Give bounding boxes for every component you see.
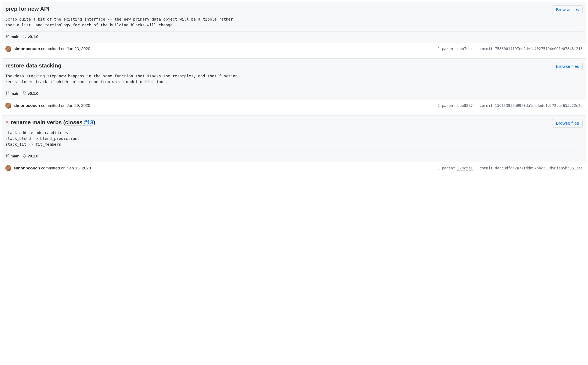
commit-card: ✕rename main verbs (closes #13)Browse fi… bbox=[2, 115, 586, 174]
tag-ref[interactable]: v0.1.0 bbox=[22, 91, 38, 96]
commit-description: stack_add -> add_candidates stack_blend … bbox=[5, 130, 583, 147]
parent-info: 1 parent dae8887 bbox=[438, 104, 473, 108]
tag-icon bbox=[22, 35, 26, 39]
avatar[interactable] bbox=[5, 46, 11, 52]
parent-info: 1 parent 374c5a1 bbox=[438, 166, 473, 170]
commit-description: Scrap quite a bit of the existing interf… bbox=[5, 16, 583, 28]
commit-card: restore data stackingBrowse filesThe dat… bbox=[2, 58, 586, 112]
parent-sha-link[interactable]: ebb7cec bbox=[457, 47, 473, 51]
author-line: simonpcouch committed on Jun 23, 2020 bbox=[14, 47, 90, 51]
commit-sha-info: commit dacc0dfd42a77fdd897bbc333d56feb5b… bbox=[480, 166, 583, 170]
commit-title-text: restore data stacking bbox=[5, 62, 62, 69]
author-name[interactable]: simonpcouch bbox=[14, 47, 40, 51]
branch-icon bbox=[5, 35, 9, 39]
avatar[interactable] bbox=[5, 165, 11, 171]
author-name[interactable]: simonpcouch bbox=[14, 103, 40, 108]
commit-sha: 7588001f197ed2defc40275f94e091e07843f218 bbox=[495, 47, 583, 51]
parent-sha-link[interactable]: dae8887 bbox=[457, 104, 473, 108]
commit-card: prep for new APIBrowse filesScrap quite … bbox=[2, 2, 586, 55]
issue-link[interactable]: #13 bbox=[84, 119, 93, 126]
branch-name: main bbox=[10, 35, 20, 39]
avatar[interactable] bbox=[5, 103, 11, 109]
branch-icon bbox=[5, 91, 9, 96]
commit-title: prep for new API bbox=[5, 5, 50, 12]
refs-row: mainv0.1.0 bbox=[5, 151, 583, 159]
commit-sha-info: commit 1561f3988a99f0da1cddedc1bf72caf65… bbox=[480, 104, 583, 108]
parent-info: 1 parent ebb7cec bbox=[438, 47, 473, 51]
tag-name: v0.1.0 bbox=[28, 35, 38, 39]
commit-title-text: rename main verbs (closes #13) bbox=[11, 119, 95, 126]
author-line: simonpcouch committed on Jun 29, 2020 bbox=[14, 103, 90, 108]
refs-row: mainv0.1.0 bbox=[5, 31, 583, 39]
tag-icon bbox=[22, 154, 26, 159]
refs-row: mainv0.1.0 bbox=[5, 88, 583, 96]
commit-sha: 1561f3988a99f0da1cddedc1bf72caf655c22e2a bbox=[495, 104, 583, 108]
branch-icon bbox=[5, 154, 9, 159]
author-line: simonpcouch committed on Sep 15, 2020 bbox=[14, 166, 91, 170]
commit-meta-row: simonpcouch committed on Sep 15, 20201 p… bbox=[2, 162, 586, 174]
tag-name: v0.1.0 bbox=[28, 154, 38, 159]
commit-date: Jun 29, 2020 bbox=[67, 103, 90, 108]
commit-meta-row: simonpcouch committed on Jun 23, 20201 p… bbox=[2, 43, 586, 55]
commit-date: Jun 23, 2020 bbox=[67, 47, 90, 51]
commit-date: Sep 15, 2020 bbox=[67, 166, 91, 170]
commit-title: restore data stacking bbox=[5, 62, 62, 69]
commit-title: ✕rename main verbs (closes #13) bbox=[5, 119, 95, 126]
tag-ref[interactable]: v0.1.0 bbox=[22, 154, 38, 159]
commit-sha: dacc0dfd42a77fdd897bbc333d56feb5b53612ae bbox=[495, 166, 583, 170]
branch-ref[interactable]: main bbox=[5, 91, 20, 96]
branch-name: main bbox=[10, 154, 20, 159]
browse-files-button[interactable]: Browse files bbox=[552, 62, 583, 71]
commit-sha-info: commit 7588001f197ed2defc40275f94e091e07… bbox=[480, 47, 583, 51]
status-failed-icon: ✕ bbox=[5, 120, 9, 125]
commit-title-text: prep for new API bbox=[5, 5, 50, 12]
branch-ref[interactable]: main bbox=[5, 154, 20, 159]
branch-ref[interactable]: main bbox=[5, 35, 20, 39]
commit-meta-row: simonpcouch committed on Jun 29, 20201 p… bbox=[2, 100, 586, 112]
parent-sha-link[interactable]: 374c5a1 bbox=[457, 166, 473, 170]
browse-files-button[interactable]: Browse files bbox=[552, 119, 583, 128]
tag-icon bbox=[22, 91, 26, 96]
author-name[interactable]: simonpcouch bbox=[14, 166, 40, 170]
tag-ref[interactable]: v0.1.0 bbox=[22, 35, 38, 39]
branch-name: main bbox=[10, 91, 20, 96]
commit-description: The data stacking step now happens in th… bbox=[5, 73, 583, 84]
closes-text: closes bbox=[65, 119, 84, 126]
tag-name: v0.1.0 bbox=[28, 91, 38, 96]
browse-files-button[interactable]: Browse files bbox=[552, 5, 583, 14]
